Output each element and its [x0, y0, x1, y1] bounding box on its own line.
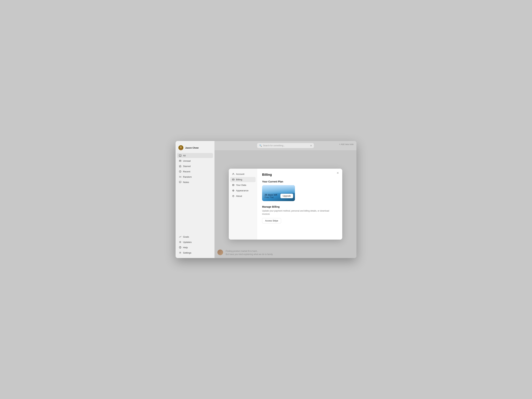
settings-nav-about[interactable]: About — [230, 193, 255, 199]
content-area: Finding product market fit is hard... Bu… — [215, 150, 356, 258]
sparkle-icon — [179, 241, 182, 243]
sidebar: Jason Chew All Unread Starred — [176, 141, 215, 258]
gear-icon — [179, 251, 182, 254]
billing-icon — [232, 178, 234, 181]
settings-nav-appearance[interactable]: Appearance — [230, 188, 255, 193]
settings-title: Billing — [262, 173, 337, 177]
svg-rect-3 — [179, 154, 181, 157]
modal-overlay: Account Billing Your Data — [215, 150, 356, 258]
sidebar-item-recent-label: Recent — [183, 170, 190, 173]
shuffle-icon — [179, 175, 182, 178]
data-icon — [232, 184, 234, 186]
manage-billing-desc: Update your payment method, personal and… — [262, 209, 337, 216]
sidebar-item-help[interactable]: Help — [177, 245, 213, 250]
note-icon — [179, 181, 182, 184]
settings-nav-appearance-label: Appearance — [236, 189, 248, 192]
sidebar-item-notes-label: Notes — [183, 181, 189, 184]
access-stripe-button[interactable]: Access Stripe — [262, 218, 281, 223]
star-icon — [179, 165, 182, 168]
svg-point-1 — [180, 146, 182, 148]
sidebar-item-all-label: All — [183, 154, 185, 157]
app-window: Jason Chew All Unread Starred — [176, 141, 356, 258]
settings-sidebar: Account Billing Your Data — [229, 169, 257, 240]
settings-nav-billing-label: Billing — [236, 178, 242, 181]
sidebar-nav: All Unread Starred Recent — [176, 153, 214, 234]
settings-content: Billing Your Current Plan 28 days left F… — [257, 169, 342, 240]
sidebar-item-random[interactable]: Random — [177, 174, 213, 179]
add-note-button[interactable]: + Add new note — [339, 143, 354, 146]
sidebar-bottom: Goals Updates Help Settings — [176, 234, 214, 255]
help-icon — [179, 246, 182, 249]
settings-nav-yourdata[interactable]: Your Data — [230, 183, 255, 188]
sidebar-item-unread[interactable]: Unread — [177, 158, 213, 163]
user-profile[interactable]: Jason Chew — [176, 144, 214, 153]
search-bar[interactable]: 🔍 Search for something... ≡ — [257, 143, 314, 148]
sidebar-item-updates-label: Updates — [183, 241, 191, 243]
user-name: Jason Chew — [185, 146, 199, 149]
close-button[interactable]: ✕ — [336, 171, 340, 175]
settings-nav-account-label: Account — [236, 173, 244, 175]
manage-billing-title: Manage Billing — [262, 205, 337, 208]
topbar: 🔍 Search for something... ≡ + Add new no… — [215, 141, 356, 150]
inbox-icon — [179, 154, 182, 157]
svg-point-9 — [180, 252, 181, 253]
sidebar-item-goals-label: Goals — [183, 235, 189, 238]
settings-nav-billing[interactable]: Billing — [230, 177, 255, 182]
main-content: 🔍 Search for something... ≡ + Add new no… — [215, 141, 356, 258]
unread-icon — [179, 159, 182, 162]
avatar — [178, 145, 183, 150]
svg-point-6 — [180, 242, 181, 242]
clock-icon — [179, 170, 182, 173]
upgrade-button[interactable]: Upgrade — [280, 194, 293, 198]
svg-point-8 — [180, 248, 180, 248]
about-icon — [232, 195, 234, 197]
sidebar-item-unread-label: Unread — [183, 160, 191, 162]
sidebar-item-random-label: Random — [183, 176, 192, 178]
sidebar-item-starred-label: Starred — [183, 165, 191, 168]
svg-point-13 — [233, 184, 234, 185]
settings-modal: Account Billing Your Data — [229, 169, 342, 240]
svg-marker-4 — [179, 165, 181, 167]
plan-card: 28 days left Free Trial Upgrade — [262, 185, 295, 201]
search-placeholder: Search for something... — [263, 144, 309, 147]
settings-nav-account[interactable]: Account — [230, 171, 255, 177]
current-plan-label: Your Current Plan — [262, 180, 337, 183]
sidebar-item-updates[interactable]: Updates — [177, 240, 213, 245]
appearance-icon — [232, 189, 234, 192]
sidebar-item-starred[interactable]: Starred — [177, 164, 213, 169]
sidebar-item-goals[interactable]: Goals — [177, 234, 213, 239]
sidebar-item-help-label: Help — [183, 246, 188, 249]
sidebar-item-notes[interactable]: Notes — [177, 180, 213, 185]
settings-nav-about-label: About — [236, 195, 242, 197]
settings-nav-yourdata-label: Your Data — [236, 184, 246, 186]
account-icon — [232, 173, 234, 175]
sidebar-item-settings-label: Settings — [183, 252, 191, 254]
sidebar-item-settings[interactable]: Settings — [177, 250, 213, 255]
filter-icon: ≡ — [310, 144, 312, 147]
sidebar-item-all[interactable]: All — [177, 153, 213, 158]
chart-icon — [179, 235, 182, 238]
search-icon: 🔍 — [259, 144, 262, 147]
svg-rect-11 — [232, 179, 234, 180]
sidebar-item-recent[interactable]: Recent — [177, 169, 213, 174]
